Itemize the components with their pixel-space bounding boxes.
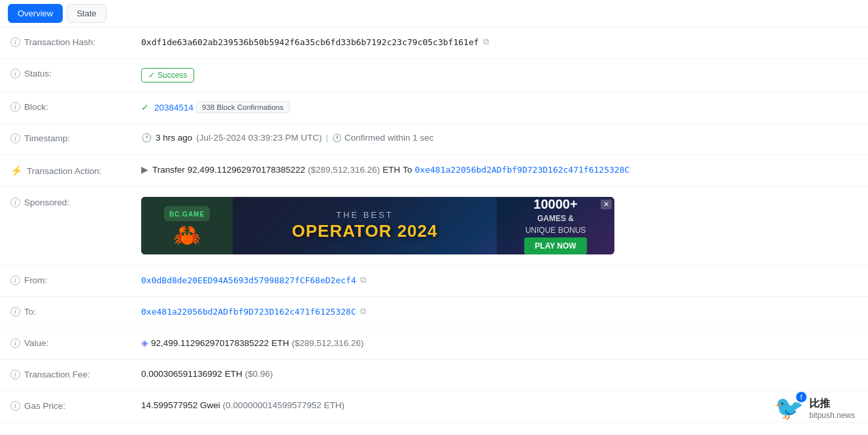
banner-cta-button[interactable]: PLAY NOW: [524, 237, 586, 254]
value-value: ◈ 92,499.112962970178385222 ETH ($289,51…: [141, 338, 858, 348]
watermark-text: 比推 bitpush.news: [809, 397, 855, 420]
transfer-to-label: To: [403, 165, 412, 175]
value-from: 0x0dBd8de20EED94A5693d57998827fCF68eD2ec…: [141, 275, 858, 285]
row-to: i To: 0xe481a22056bd2ADfbf9D723D162c471f…: [0, 297, 868, 328]
watermark-en: bitpush.news: [809, 411, 855, 420]
label-sponsored: i Sponsored:: [10, 197, 141, 207]
block-check-icon: ✓: [141, 102, 149, 113]
banner-crab: 🦀: [173, 224, 201, 246]
info-icon-status: i: [10, 69, 20, 78]
copy-to-icon[interactable]: ⧉: [360, 306, 366, 317]
row-block: i Block: ✓ 20384514 938 Block Confirmati…: [0, 92, 868, 124]
value-transaction-hash: 0xdf1de63a602ab239536b50b5942f6a35cb6fd3…: [141, 37, 858, 47]
label-timestamp: i Timestamp:: [10, 133, 141, 143]
watermark-bird-container: 🐦 f: [775, 394, 804, 422]
banner-close-button[interactable]: ✕: [601, 200, 612, 209]
banner-middle: THE BEST OPERATOR 2024: [233, 210, 497, 241]
from-address-link[interactable]: 0x0dBd8de20EED94A5693d57998827fCF68eD2ec…: [141, 275, 356, 285]
value-transaction-fee: 0.000306591136992 ETH ($0.96): [141, 369, 858, 379]
row-transaction-fee: i Transaction Fee: 0.000306591136992 ETH…: [0, 360, 868, 391]
info-icon-gas: i: [10, 401, 20, 411]
row-status: i Status: Success: [0, 59, 868, 92]
row-transaction-action: ⚡ Transaction Action: ▶ Transfer 92,499.…: [0, 155, 868, 186]
timestamp-content: 🕐 3 hrs ago (Jul-25-2024 03:39:23 PM UTC…: [141, 133, 433, 143]
value-usd: ($289,512,316.26): [292, 338, 363, 348]
value-status: Success: [141, 68, 858, 82]
row-value: i Value: ◈ 92,499.112962970178385222 ETH…: [0, 328, 868, 360]
label-block: i Block:: [10, 101, 141, 112]
tab-state[interactable]: State: [67, 4, 106, 23]
row-gas-price: i Gas Price: 14.599577952 Gwei (0.000000…: [0, 391, 868, 423]
transaction-detail: i Transaction Hash: 0xdf1de63a602ab23953…: [0, 27, 868, 423]
banner-games: 10000+: [533, 197, 577, 211]
transfer-currency: ETH: [382, 165, 400, 175]
transfer-amount: 92,499.112962970178385222: [188, 165, 305, 175]
info-icon-fee: i: [10, 370, 20, 379]
copy-from-icon[interactable]: ⧉: [360, 275, 366, 285]
banner-logo: BC.GAME: [169, 211, 205, 218]
value-timestamp: 🕐 3 hrs ago (Jul-25-2024 03:39:23 PM UTC…: [141, 133, 858, 143]
gas-eth: (0.000000014599577952 ETH): [223, 400, 344, 410]
copy-hash-icon[interactable]: ⧉: [483, 37, 489, 47]
info-icon-sponsored: i: [10, 198, 20, 207]
watermark: 🐦 f 比推 bitpush.news: [775, 394, 855, 422]
banner-games-label: GAMES &: [537, 214, 574, 223]
label-transaction-hash: i Transaction Hash:: [10, 37, 141, 47]
sponsored-banner[interactable]: BC.GAME 🦀 THE BEST OPERATOR 2024 10000+ …: [141, 197, 614, 254]
value-gas-price: 14.599577952 Gwei (0.000000014599577952 …: [141, 400, 858, 410]
timestamp-separator: |: [326, 133, 328, 143]
to-address-link[interactable]: 0xe481a22056bd2ADfbf9D723D162c471f612532…: [141, 307, 356, 317]
label-transaction-fee: i Transaction Fee:: [10, 369, 141, 379]
row-timestamp: i Timestamp: 🕐 3 hrs ago (Jul-25-2024 03…: [0, 124, 868, 155]
value-block: ✓ 20384514 938 Block Confirmations: [141, 101, 858, 113]
watermark-badge: f: [796, 392, 807, 402]
block-number-link[interactable]: 20384514: [154, 103, 193, 113]
label-transaction-action: ⚡ Transaction Action:: [10, 164, 141, 177]
label-gas-price: i Gas Price:: [10, 400, 141, 411]
banner-right: 10000+ GAMES & UNIQUE BONUS PLAY NOW: [497, 197, 614, 254]
confirm-text: 🕐 Confirmed within 1 sec: [332, 133, 434, 143]
lightning-icon: ⚡: [10, 165, 23, 177]
block-confirmations-badge: 938 Block Confirmations: [196, 101, 290, 113]
row-sponsored: i Sponsored: BC.GAME 🦀 THE BEST OPERATOR…: [0, 186, 868, 266]
label-to: i To:: [10, 306, 141, 317]
transfer-arrow: ▶: [141, 164, 148, 175]
banner-the-best-prefix: THE BEST: [336, 210, 393, 220]
banner-unique: UNIQUE BONUS: [526, 226, 586, 235]
eth-diamond-icon: ◈: [141, 338, 148, 348]
info-icon-timestamp: i: [10, 133, 20, 143]
value-to: 0xe481a22056bd2ADfbf9D723D162c471f612532…: [141, 306, 858, 317]
info-icon-block: i: [10, 102, 20, 112]
banner-subtitle: OPERATOR 2024: [292, 221, 437, 241]
label-from: i From:: [10, 275, 141, 285]
clock-icon: 🕐: [141, 133, 152, 143]
status-badge: Success: [141, 68, 194, 82]
row-from: i From: 0x0dBd8de20EED94A5693d57998827fC…: [0, 266, 868, 297]
banner-left: BC.GAME 🦀: [141, 197, 233, 254]
info-icon: i: [10, 37, 20, 47]
label-status: i Status:: [10, 68, 141, 78]
watermark-cn: 比推: [809, 397, 830, 411]
info-icon-to: i: [10, 307, 20, 317]
transfer-usd: ($289,512,316.26): [308, 165, 380, 175]
transfer-label: Transfer: [152, 165, 185, 175]
fee-usd: ($0.96): [245, 369, 273, 379]
value-transaction-action: ▶ Transfer 92,499.112962970178385222 ($2…: [141, 164, 858, 175]
tab-overview[interactable]: Overview: [8, 4, 63, 23]
info-icon-from: i: [10, 275, 20, 285]
label-value: i Value:: [10, 338, 141, 348]
row-transaction-hash: i Transaction Hash: 0xdf1de63a602ab23953…: [0, 27, 868, 59]
info-icon-value: i: [10, 338, 20, 348]
value-sponsored: BC.GAME 🦀 THE BEST OPERATOR 2024 10000+ …: [141, 197, 858, 254]
confirm-clock-icon: 🕐: [332, 133, 342, 143]
transfer-to-address[interactable]: 0xe481a22056bd2ADfbf9D723D162c471f612532…: [415, 165, 630, 175]
tab-bar: Overview State: [0, 0, 868, 27]
